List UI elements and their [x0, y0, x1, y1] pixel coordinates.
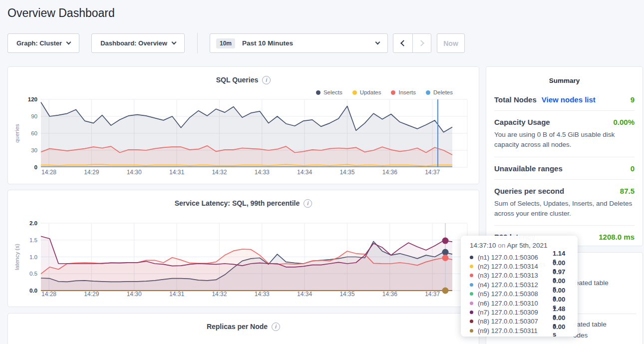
- stat-label: Queries per second: [494, 187, 564, 195]
- stat-value: 0.00%: [613, 118, 635, 126]
- summary-stat-queries-per-second: Queries per second87.5Sum of Selects, Up…: [494, 179, 635, 226]
- node-color-dot: [470, 283, 473, 287]
- tooltip-rows: (n1) 127.0.0.1:503061.14 s(n2) 127.0.0.1…: [470, 253, 571, 336]
- chevron-down-icon: [66, 40, 71, 45]
- info-icon[interactable]: [272, 323, 280, 331]
- info-icon[interactable]: [304, 199, 312, 208]
- node-color-dot: [470, 320, 473, 323]
- node-address: (n2) 127.0.0.1:50314: [478, 263, 551, 270]
- chart-title-service-latency: Service Latency: SQL, 99th percentile: [8, 199, 479, 208]
- chevron-down-icon: [375, 40, 380, 45]
- dashboard-dropdown[interactable]: Dashboard: Overview: [91, 33, 185, 53]
- dashboard-dropdown-label: Dashboard: Overview: [100, 39, 167, 47]
- view-nodes-list-link[interactable]: View nodes list: [542, 95, 596, 104]
- node-address: (n7) 127.0.0.1:50309: [478, 309, 551, 316]
- node-color-dot: [470, 292, 473, 296]
- sql-queries-chart[interactable]: 030609012014:2814:2914:3014:3114:3214:33…: [8, 67, 479, 184]
- svg-text:14:29: 14:29: [84, 291, 99, 298]
- chevron-right-icon: [418, 40, 424, 46]
- chevron-down-icon: [171, 40, 176, 45]
- chart-hover-tooltip: 14:37:10 on Apr 5th, 2021 (n1) 127.0.0.1…: [461, 236, 578, 337]
- svg-text:0.0: 0.0: [29, 288, 37, 294]
- page-title: Overview Dashboard: [7, 6, 115, 20]
- node-address: (n4) 127.0.0.1:50312: [478, 281, 551, 289]
- info-icon[interactable]: [262, 76, 271, 84]
- stat-value: 1208.0 ms: [599, 233, 635, 241]
- legend-item-updates[interactable]: Updates: [352, 89, 381, 95]
- legend-label: Deletes: [433, 89, 453, 95]
- node-address: (n5) 127.0.0.1:50308: [478, 290, 551, 298]
- svg-text:14:37: 14:37: [425, 291, 440, 298]
- stat-label: Capacity Usage: [494, 118, 550, 126]
- time-range-label: Past 10 Minutes: [242, 39, 293, 47]
- stat-label: Total Nodes: [494, 95, 537, 104]
- svg-text:14:35: 14:35: [339, 169, 354, 176]
- svg-text:2.0: 2.0: [29, 220, 37, 226]
- svg-text:14:30: 14:30: [127, 291, 142, 298]
- stat-label: Unavailable ranges: [494, 164, 563, 173]
- chart-title-replicas-per-node: Replicas per Node: [8, 322, 479, 331]
- svg-text:14:37: 14:37: [425, 169, 440, 176]
- svg-text:90: 90: [31, 113, 37, 119]
- svg-text:1.0: 1.0: [29, 254, 37, 260]
- svg-text:14:33: 14:33: [255, 291, 270, 298]
- time-range-picker[interactable]: 10m Past 10 Minutes: [210, 33, 388, 53]
- sql-queries-chart-card: SQL Queries SelectsUpdatesInsertsDeletes…: [7, 66, 479, 184]
- summary-title: Summary: [486, 77, 643, 84]
- svg-text:0.5: 0.5: [29, 271, 37, 277]
- svg-text:14:35: 14:35: [339, 291, 354, 298]
- legend-item-deletes[interactable]: Deletes: [426, 89, 453, 95]
- event-text-fragment: eated table: [573, 321, 607, 328]
- next-time-button-disabled[interactable]: [412, 34, 431, 52]
- node-color-dot: [470, 274, 473, 277]
- graph-dropdown-label: Graph: Cluster: [16, 39, 62, 47]
- service-latency-chart[interactable]: 0.00.51.01.52.014:2814:2914:3014:3114:32…: [8, 190, 479, 307]
- svg-text:120: 120: [28, 96, 37, 102]
- chart-legend: SelectsUpdatesInsertsDeletes: [316, 89, 453, 95]
- event-text-fragment: eated table: [575, 279, 609, 287]
- svg-text:1.5: 1.5: [29, 237, 37, 243]
- chevron-left-icon: [400, 40, 407, 46]
- summary-stat-total-nodes: Total NodesView nodes list9: [494, 88, 635, 110]
- svg-text:14:28: 14:28: [41, 291, 56, 298]
- svg-text:14:32: 14:32: [212, 169, 227, 176]
- prev-time-button[interactable]: [393, 34, 412, 52]
- node-address: (n8) 127.0.0.1:50307: [478, 318, 551, 325]
- time-pager: [393, 33, 431, 53]
- legend-label: Updates: [360, 89, 381, 95]
- graph-dropdown[interactable]: Graph: Cluster: [7, 33, 79, 53]
- legend-item-inserts[interactable]: Inserts: [391, 89, 416, 95]
- node-address: (n9) 127.0.0.1:50311: [478, 327, 551, 335]
- chart-title-sql-queries: SQL Queries: [8, 75, 479, 84]
- svg-text:0: 0: [34, 164, 37, 170]
- svg-text:14:28: 14:28: [41, 169, 56, 176]
- time-range-badge: 10m: [216, 38, 235, 48]
- node-color-dot: [470, 302, 473, 305]
- node-color-dot: [470, 256, 473, 259]
- toolbar-divider: [197, 33, 198, 53]
- node-address: (n6) 127.0.0.1:50310: [478, 300, 551, 307]
- node-address: (n3) 127.0.0.1:50313: [478, 272, 551, 279]
- node-latency-value: 0.00 s: [553, 323, 571, 338]
- stat-value: 9: [631, 95, 635, 104]
- svg-text:60: 60: [31, 130, 37, 136]
- overview-dashboard-page: Overview Dashboard Graph: Cluster Dashbo…: [0, 0, 644, 344]
- tooltip-row: (n9) 127.0.0.1:503110.00 s: [470, 326, 571, 335]
- svg-text:14:31: 14:31: [169, 291, 184, 298]
- legend-item-selects[interactable]: Selects: [316, 89, 342, 95]
- svg-text:14:31: 14:31: [169, 169, 184, 176]
- svg-text:latency (s): latency (s): [14, 244, 20, 270]
- node-color-dot: [470, 311, 473, 314]
- stat-description: Sum of Selects, Updates, Inserts, and De…: [494, 199, 637, 219]
- tooltip-timestamp: 14:37:10 on Apr 5th, 2021: [470, 242, 571, 249]
- summary-card: Summary Total NodesView nodes list9Capac…: [486, 66, 643, 246]
- svg-text:30: 30: [31, 147, 37, 153]
- svg-text:14:29: 14:29: [84, 169, 99, 176]
- svg-text:queries: queries: [14, 124, 20, 143]
- stat-value: 87.5: [620, 187, 635, 195]
- legend-dot: [426, 90, 430, 95]
- node-address: (n1) 127.0.0.1:50306: [478, 254, 551, 261]
- legend-dot: [391, 90, 395, 95]
- legend-label: Selects: [323, 89, 342, 95]
- now-button[interactable]: Now: [437, 33, 465, 53]
